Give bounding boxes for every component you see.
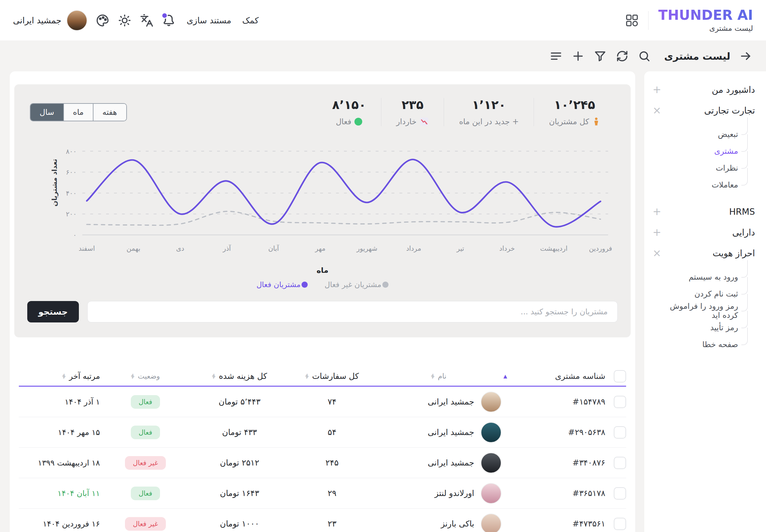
stat-label: خاردار: [396, 117, 417, 126]
sidebar-subitem[interactable]: معاملات: [652, 176, 748, 193]
last-order-date: ۱۶ فروردین ۱۴۰۴: [19, 519, 100, 528]
palette-icon[interactable]: [96, 14, 109, 27]
toolbar-icons: [550, 50, 651, 62]
stat-label: فعال: [336, 117, 351, 126]
sidebar-section-label: دارایی: [732, 227, 755, 237]
column-header-spent[interactable]: کل هزینه شده ▲▼: [191, 371, 288, 381]
column-header-orders[interactable]: کل سفارشات ▲▼: [288, 371, 376, 381]
customer-row[interactable]: #۳۴۰۸۷۶ جمشید ایرانی ۲۴۵ ۲۵۱۲ تومان غیر …: [19, 448, 626, 478]
period-tab[interactable]: هفته: [93, 104, 126, 121]
customer-row[interactable]: #۴۷۳۵۶۱ باکی بارنز ۲۳ ۱۰۰۰ تومان غیر فعا…: [19, 509, 626, 532]
search-button[interactable]: جستجو: [27, 301, 79, 322]
stat-label: کل مشتریان: [549, 117, 589, 126]
column-header-id[interactable]: ▲ شناسه مشتری: [502, 371, 605, 381]
sidebar-subitem[interactable]: مشتری: [652, 143, 748, 160]
theme-sun-icon[interactable]: [118, 14, 131, 27]
sidebar-subitem[interactable]: تبعیض: [652, 126, 748, 143]
customer-row[interactable]: #۱۵۴۷۸۹ جمشید ایرانی ۷۴ ۵٬۴۴۳ تومان فعال…: [19, 387, 626, 417]
sidebar-section-row[interactable]: تجارت تجارتی: [652, 105, 755, 115]
legend-item[interactable]: مشتریان فعال: [256, 280, 308, 289]
orders-count: ۲۴۵: [288, 458, 376, 467]
column-header-status[interactable]: وضعیت ▲▼: [100, 372, 191, 380]
customers-table: ▲ شناسه مشتری نام ▲▼ کل سفارشات ▲▼ کل هز…: [14, 367, 631, 532]
customer-search-input[interactable]: [87, 301, 618, 322]
row-checkbox[interactable]: [614, 396, 626, 408]
legend-item[interactable]: مشتریان غیر فعال: [324, 280, 389, 289]
x-tick: مرداد: [406, 245, 421, 252]
series-inactive: [87, 211, 601, 225]
section-toggle-icon[interactable]: [652, 105, 662, 115]
filter-icon[interactable]: [594, 50, 606, 62]
y-tick: ۰: [73, 231, 77, 239]
sidebar-section-label: تجارت تجارتی: [704, 105, 755, 115]
customer-avatar: [481, 514, 502, 532]
add-icon[interactable]: [572, 50, 584, 62]
nav-help[interactable]: کمک: [242, 16, 259, 25]
period-tabs: سال ماه هفته: [30, 103, 127, 121]
section-toggle-icon[interactable]: [652, 206, 662, 217]
sidebar-subitem[interactable]: ثبت نام کردن: [652, 285, 748, 302]
section-toggle-icon[interactable]: [652, 84, 662, 95]
row-checkbox[interactable]: [614, 457, 626, 469]
x-tick: آذر: [223, 244, 231, 252]
total-spent: ۲۵۱۲ تومان: [191, 458, 288, 467]
sidebar-section-row[interactable]: داشبورد من: [652, 84, 755, 95]
row-checkbox[interactable]: [614, 426, 626, 439]
sidebar: داشبورد من تجارت تجارتی: [644, 71, 766, 532]
section-toggle-icon[interactable]: [652, 248, 662, 258]
apps-grid-icon[interactable]: [626, 14, 638, 27]
customer-id: #۳۴۰۸۷۶: [502, 458, 605, 467]
x-tick: دی: [176, 245, 184, 252]
sidebar-subitem-label: مشتری: [714, 147, 738, 156]
y-tick: ۸۰۰: [66, 148, 77, 155]
last-order-date: ۱۵ مهر ۱۴۰۴: [19, 428, 100, 437]
notifications-bell-icon[interactable]: [162, 14, 176, 27]
sidebar-subitem[interactable]: رمز ورود را فراموش کرده اید: [652, 302, 748, 319]
section-toggle-icon[interactable]: [652, 227, 662, 237]
collapse-sidebar-icon[interactable]: [739, 50, 752, 63]
divider: [648, 11, 649, 30]
stat-item: ۸٬۱۵۰: [317, 98, 381, 126]
user-menu[interactable]: جمشید ایرانی: [13, 10, 87, 31]
column-header-last-order[interactable]: مرتبه آخر ▲▼: [19, 372, 100, 381]
sidebar-section: احراز هویت ورود به سیستم ثبت نام کردن: [652, 248, 755, 353]
status-badge: فعال: [131, 487, 160, 500]
period-tab[interactable]: سال: [30, 104, 63, 121]
period-tab[interactable]: ماه: [63, 104, 93, 121]
sort-icon: ▲▼: [131, 374, 134, 379]
chart-decreasing-icon: [420, 117, 429, 126]
column-header-name[interactable]: نام ▲▼: [376, 372, 502, 380]
sidebar-section-row[interactable]: احراز هویت: [652, 248, 755, 258]
app: THUNDER AI لیست مشتری کمک مستند سازی: [0, 0, 766, 532]
customer-row[interactable]: #۲۹۰۵۶۳۸ جمشید ایرانی ۵۴ ۴۳۳ تومان فعال …: [19, 417, 626, 448]
x-tick: اردیبهشت: [540, 245, 567, 252]
row-checkbox[interactable]: [614, 518, 626, 530]
menu-icon[interactable]: [550, 50, 562, 62]
nav-docs[interactable]: مستند سازی: [187, 16, 231, 25]
brand-area: THUNDER AI لیست مشتری: [626, 8, 753, 32]
translate-icon[interactable]: [140, 14, 153, 27]
stat-item: ۲۳۵: [381, 98, 444, 126]
active-dot-icon: [354, 118, 362, 126]
sidebar-subitem[interactable]: رمز تأیید: [652, 319, 748, 336]
sort-icon: ▲▼: [305, 374, 308, 379]
status-badge: فعال: [131, 426, 160, 439]
sidebar-section-row[interactable]: دارایی: [652, 227, 755, 237]
x-tick: مهر: [315, 245, 325, 252]
customer-avatar: [481, 483, 502, 504]
sidebar-subitem[interactable]: ورود به سیستم: [652, 269, 748, 285]
sidebar-section-row[interactable]: HRMS: [652, 206, 755, 217]
customer-row[interactable]: #۳۶۵۱۷۸ اورلاندو لنتز ۲۹ ۱۶۴۳ تومان فعال…: [19, 478, 626, 509]
refresh-icon[interactable]: [616, 50, 628, 62]
search-icon[interactable]: [638, 50, 651, 62]
row-checkbox[interactable]: [614, 487, 626, 500]
stats-row: ۱۰٬۲۴۵: [317, 98, 615, 126]
sidebar-subitem[interactable]: نظرات: [652, 160, 748, 176]
overview-panel: ۱۰٬۲۴۵: [14, 84, 631, 337]
x-tick: خرداد: [499, 245, 515, 252]
sidebar-section-label: احراز هویت: [713, 248, 755, 258]
customer-name: جمشید ایرانی: [428, 428, 474, 437]
sidebar-subitem[interactable]: صفحه خطا: [652, 336, 748, 353]
select-all-checkbox[interactable]: [614, 370, 626, 382]
customer-id: #۴۷۳۵۶۱: [502, 519, 605, 528]
